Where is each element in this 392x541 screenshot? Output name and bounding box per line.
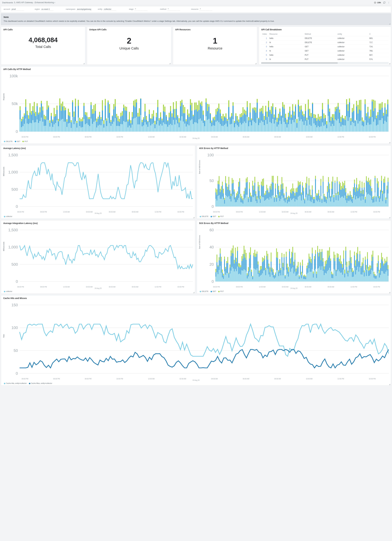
resize-handle-icon[interactable]: ◢ <box>389 62 390 64</box>
svg-rect-1571 <box>313 273 314 277</box>
svg-rect-396 <box>201 101 202 106</box>
breadcrumb-root[interactable]: Dashboards <box>2 1 13 4</box>
svg-rect-728 <box>359 109 360 121</box>
svg-rect-1257 <box>379 202 380 207</box>
svg-rect-1417 <box>258 274 259 281</box>
chart-svg[interactable]: 100500 <box>200 151 389 211</box>
resize-handle-icon[interactable]: ◢ <box>389 23 390 25</box>
svg-rect-1078 <box>314 199 315 203</box>
svg-rect-1449 <box>269 264 269 266</box>
filter-stage[interactable]: stage* <box>129 8 154 11</box>
chart-svg[interactable]: 1,5001,0005000 <box>4 151 193 211</box>
svg-rect-1550 <box>305 277 306 279</box>
resize-handle-icon[interactable]: ◢ <box>389 217 390 218</box>
legend-item[interactable]: collector <box>4 215 12 217</box>
stat-value: 4,068,084 <box>3 37 83 43</box>
refresh-button[interactable] <box>383 1 386 4</box>
legend-item[interactable]: DELETE <box>200 215 209 217</box>
table-row[interactable]: 2hiDELETEcollector717, <box>261 40 389 45</box>
legend-item[interactable]: GET <box>211 215 216 217</box>
svg-rect-44 <box>35 116 36 122</box>
legend-item[interactable]: GET <box>211 290 216 292</box>
svg-rect-511 <box>257 118 258 131</box>
resize-handle-icon[interactable]: ◢ <box>255 62 256 64</box>
filter-value[interactable]: collector <box>103 8 116 11</box>
x-tick: 02:00 PM <box>356 136 388 138</box>
time-range-picker[interactable]: -24h <box>374 1 381 4</box>
svg-rect-1401 <box>251 270 252 272</box>
chart-svg[interactable]: 6040200 <box>200 226 389 286</box>
legend-item[interactable]: PUT <box>22 140 28 142</box>
filter-region[interactable]: regionus-east-1 <box>35 8 60 11</box>
table-header[interactable]: C <box>368 32 389 36</box>
svg-rect-469 <box>237 125 238 131</box>
svg-rect-60 <box>42 106 43 110</box>
table-row[interactable]: 1helloDELETEcollector683, <box>261 36 389 40</box>
svg-rect-1132 <box>334 197 334 202</box>
legend-item[interactable]: PUT <box>218 290 224 292</box>
filter-method[interactable]: method* <box>160 8 185 11</box>
legend-item[interactable]: collector <box>4 290 12 292</box>
svg-rect-1154 <box>341 186 342 190</box>
filter-namespace[interactable]: namespaceaws/apigateway <box>66 8 92 11</box>
filter-value[interactable]: * <box>168 8 180 11</box>
table-row[interactable]: 6hiPUTcollector574, <box>261 57 389 61</box>
legend-item[interactable]: Cache Hits, entity=collector <box>4 382 27 384</box>
table-header[interactable]: entity <box>336 32 368 36</box>
legend-item[interactable]: Cache Miss, entity=collector <box>29 382 52 384</box>
svg-rect-1740 <box>373 272 374 274</box>
filter-value[interactable]: aws/apigateway <box>77 8 92 11</box>
table-row[interactable]: 4hiGETcollector760, <box>261 49 389 53</box>
chart-svg[interactable]: 1,5001,0005000 <box>4 226 193 286</box>
svg-rect-890 <box>246 178 246 182</box>
filter-resource[interactable]: resource* <box>191 8 216 11</box>
svg-rect-1742 <box>375 276 375 279</box>
filter-account[interactable]: accountprod <box>4 8 28 11</box>
svg-rect-1486 <box>283 275 283 281</box>
resize-handle-icon[interactable]: ◢ <box>193 291 194 293</box>
svg-rect-173 <box>96 122 97 127</box>
svg-rect-1048 <box>303 191 304 200</box>
table-header[interactable]: Index <box>261 32 268 36</box>
svg-rect-1202 <box>358 184 359 189</box>
filter-entity[interactable]: entitycollector <box>98 8 123 11</box>
svg-rect-462 <box>233 102 234 106</box>
table-row[interactable]: 5helloPUTcollector607, <box>261 53 389 57</box>
svg-rect-1774 <box>387 270 387 281</box>
svg-rect-810 <box>218 196 218 207</box>
filter-value[interactable]: us-east-1 <box>41 8 53 11</box>
legend-item[interactable]: PUT <box>218 215 224 217</box>
svg-rect-1518 <box>293 262 294 265</box>
legend-item[interactable]: DELETE <box>200 290 209 292</box>
svg-rect-1703 <box>361 268 361 275</box>
svg-rect-436 <box>221 126 222 131</box>
table-header[interactable]: Resource <box>268 32 304 36</box>
table-header[interactable]: Method <box>304 32 336 36</box>
resize-handle-icon[interactable]: ◢ <box>389 383 390 385</box>
legend-item[interactable]: DELETE <box>4 140 13 142</box>
svg-rect-73 <box>49 126 50 131</box>
svg-rect-1245 <box>375 192 375 207</box>
filter-value[interactable]: * <box>135 8 147 11</box>
x-tick: 09:00 AM <box>124 286 146 288</box>
resize-handle-icon[interactable]: ◢ <box>193 217 194 218</box>
breadcrumb-title[interactable]: 3. AWS API Gateway - Enhanced Monitoring… <box>14 1 55 4</box>
svg-rect-1098 <box>322 203 322 206</box>
resize-handle-icon[interactable]: ◢ <box>83 62 85 64</box>
resize-handle-icon[interactable]: ◢ <box>169 62 171 64</box>
resize-handle-icon[interactable]: ◢ <box>389 141 390 143</box>
card-title: Unique API Calls <box>89 28 169 31</box>
filter-value[interactable]: * <box>200 8 212 11</box>
svg-rect-606 <box>301 105 302 109</box>
chart-svg[interactable]: 150100500 <box>4 301 389 378</box>
resize-handle-icon[interactable]: ◢ <box>389 291 390 293</box>
horizontal-scrollbar[interactable] <box>261 62 389 64</box>
filter-value[interactable]: prod <box>11 8 24 11</box>
legend-item[interactable]: GET <box>15 140 20 142</box>
svg-rect-1481 <box>280 270 281 276</box>
table-row[interactable]: 3helloGETcollector724, <box>261 45 389 49</box>
chart-svg[interactable]: 100k50k0 <box>4 72 389 136</box>
svg-rect-157 <box>89 126 90 131</box>
kebab-menu[interactable] <box>388 2 390 4</box>
svg-rect-355 <box>183 121 184 131</box>
